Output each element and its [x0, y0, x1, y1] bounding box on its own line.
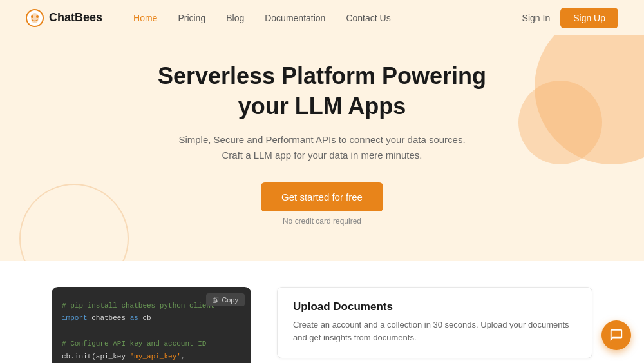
svg-point-3 [36, 15, 39, 18]
svg-point-2 [31, 15, 33, 18]
nav-link-home[interactable]: Home [133, 13, 157, 23]
logo-text: ChatBees [49, 11, 102, 25]
svg-rect-4 [213, 298, 217, 302]
nav-link-pricing[interactable]: Pricing [178, 13, 205, 23]
feature-card-title-upload: Upload Documents [293, 300, 576, 313]
code-line-4: # Configure API key and account ID [62, 338, 241, 351]
svg-point-1 [31, 13, 39, 23]
nav-links: Home Pricing Blog Documentation Contact … [133, 13, 391, 23]
hero-blob-circle [19, 184, 129, 261]
code-line-3 [62, 325, 241, 338]
logo-icon [26, 9, 44, 27]
chat-icon [609, 328, 623, 342]
nav-right: Sign In Sign Up [522, 8, 618, 28]
nav-link-documentation[interactable]: Documentation [265, 13, 325, 23]
nav-link-contact[interactable]: Contact Us [346, 13, 390, 23]
hero-section: Serverless Platform Powering your LLM Ap… [0, 35, 644, 261]
content-section: Copy # pip install chatbees-python-clien… [0, 261, 644, 363]
nav-link-blog[interactable]: Blog [226, 13, 244, 23]
hero-blob-2 [518, 81, 602, 164]
code-line-2: import chatbees as cb [62, 312, 241, 325]
chat-support-button[interactable] [601, 320, 631, 350]
cta-area: Get started for free No credit card requ… [261, 182, 383, 226]
feature-cards: Upload Documents Create an account and a… [277, 287, 592, 363]
cta-note: No credit card required [283, 217, 361, 226]
sign-up-button[interactable]: Sign Up [560, 8, 618, 28]
code-line-5: cb.init(api_key='my_api_key', account_id… [62, 351, 241, 363]
copy-icon [213, 297, 219, 303]
get-started-button[interactable]: Get started for free [261, 182, 383, 211]
hero-title: Serverless Platform Powering your LLM Ap… [158, 61, 486, 122]
navbar: ChatBees Home Pricing Blog Documentation… [0, 0, 644, 35]
sign-in-button[interactable]: Sign In [522, 13, 551, 23]
feature-card-upload: Upload Documents Create an account and a… [277, 287, 592, 359]
hero-subtitle: Simple, Secure and Performant APIs to co… [167, 132, 477, 163]
svg-rect-5 [214, 297, 218, 300]
code-block-wrapper: Copy # pip install chatbees-python-clien… [52, 287, 251, 363]
logo-link[interactable]: ChatBees [26, 9, 102, 27]
copy-button[interactable]: Copy [206, 293, 245, 306]
feature-card-desc-upload: Create an account and a collection in 30… [293, 319, 576, 346]
